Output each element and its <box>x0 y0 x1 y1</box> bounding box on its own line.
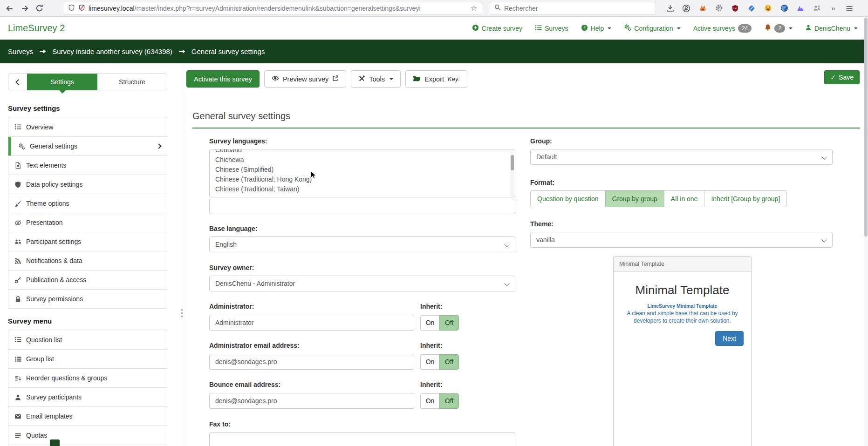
account-icon[interactable] <box>682 4 691 13</box>
tracking-protection-off-icon[interactable] <box>78 4 85 13</box>
page-scrollbar[interactable] <box>864 17 868 446</box>
sidebar-item-survey-participants[interactable]: Survey participants <box>8 387 167 406</box>
inherit-off-button[interactable]: Off <box>439 315 459 331</box>
theme-select[interactable]: vanilla <box>530 232 833 248</box>
page-scrollbar-thumb[interactable] <box>864 18 868 237</box>
preview-survey-label: Preview survey <box>283 75 328 83</box>
permissions-shield-icon[interactable] <box>68 4 75 13</box>
app-logo[interactable]: LimeSurvey 2 <box>8 23 65 34</box>
nav-notifications[interactable]: 2 <box>764 24 793 33</box>
extension-fox-icon[interactable] <box>698 4 707 13</box>
people-extension-icon[interactable] <box>812 4 821 13</box>
base-language-select[interactable]: English <box>209 237 515 252</box>
breadcrumb-survey-title[interactable]: Survey inside another survey (634398) <box>52 47 172 55</box>
menu-hamburger-icon[interactable] <box>845 4 854 13</box>
save-button[interactable]: ✓ Save <box>824 70 860 84</box>
language-option[interactable]: Cebuano <box>210 149 515 155</box>
user-icon <box>805 24 812 32</box>
inherit-on-button[interactable]: On <box>420 315 440 331</box>
format-question-by-question[interactable]: Question by question <box>530 190 606 207</box>
bell-icon <box>764 24 772 33</box>
nav-surveys[interactable]: Surveys <box>535 24 568 33</box>
sidebar-item-publication-access[interactable]: Publication & access <box>8 270 167 289</box>
sidebar-item-question-list[interactable]: Question list <box>8 330 167 349</box>
sidebar-item-general-settings[interactable]: General settings <box>8 136 167 155</box>
globe-extension-icon[interactable] <box>779 4 789 13</box>
sidebar-item-group-list[interactable]: Group list <box>8 349 167 368</box>
administrator-field-row: On Off <box>209 315 515 331</box>
nav-help[interactable]: ? Help <box>581 24 612 33</box>
format-all-in-one[interactable]: All in one <box>664 190 705 207</box>
nav-configuration[interactable]: Configuration <box>624 24 680 33</box>
sidebar-item-quotas[interactable]: Quotas <box>8 426 167 445</box>
preview-survey-button[interactable]: Preview survey <box>264 70 346 88</box>
eye-slash-icon <box>14 219 21 226</box>
survey-owner-select[interactable]: DenisChenu - Administrator <box>209 276 515 291</box>
nav-user-menu[interactable]: DenisChenu <box>805 24 858 32</box>
activate-survey-button[interactable]: Activate this survey <box>186 70 260 88</box>
overflow-icon[interactable]: » <box>828 4 838 13</box>
tab-settings[interactable]: Settings <box>27 74 97 90</box>
ublock-shield-icon[interactable]: UO <box>731 4 740 13</box>
url-bar[interactable]: limesurvey.local/master/index.php?r=surv… <box>63 2 482 15</box>
forward-icon[interactable] <box>21 4 29 13</box>
sidebar-item-participant-settings[interactable]: Participant settings <box>8 232 167 251</box>
tools-icon <box>358 75 365 83</box>
survey-languages-listbox[interactable]: Cebuano Chichewa Chinese (Simplified) Ch… <box>209 149 515 197</box>
tools-button[interactable]: Tools <box>351 70 401 88</box>
mountain-extension-icon[interactable] <box>796 4 805 13</box>
sidebar-resize-handle[interactable] <box>181 309 183 321</box>
browser-search-bar[interactable] <box>490 2 656 15</box>
download-icon[interactable] <box>665 4 675 13</box>
inherit-on-button[interactable]: On <box>420 393 440 409</box>
browser-search-input[interactable] <box>504 5 651 12</box>
sidebar-item-theme-options[interactable]: Theme options <box>8 194 167 213</box>
url-text[interactable]: limesurvey.local/master/index.php?r=surv… <box>89 5 467 12</box>
sidebar-item-text-elements[interactable]: Text elements <box>8 155 167 175</box>
gears-icon <box>624 24 631 33</box>
format-group-by-group[interactable]: Group by group <box>605 190 664 207</box>
back-icon[interactable] <box>6 4 14 13</box>
theme-preview-next-row: Next <box>621 331 744 346</box>
group-select[interactable]: Default <box>530 149 833 165</box>
language-option[interactable]: Chinese (Traditional; Taiwan) <box>210 184 515 194</box>
sidebar-item-data-policy[interactable]: Data policy settings <box>8 175 167 194</box>
selected-languages-box[interactable] <box>209 199 515 214</box>
sidebar-item-email-templates[interactable]: Email templates <box>8 406 167 426</box>
listbox-scrollbar-thumb[interactable] <box>511 155 514 170</box>
inherit-off-button[interactable]: Off <box>439 393 459 409</box>
breadcrumb-surveys[interactable]: Surveys <box>8 47 33 55</box>
admin-email-input[interactable] <box>209 354 414 370</box>
theme-preview-next-button[interactable]: Next <box>715 331 744 346</box>
reload-icon[interactable] <box>35 4 43 12</box>
language-option[interactable]: Chichewa <box>210 155 515 165</box>
format-inherit[interactable]: Inherit [Group by group] <box>704 190 787 207</box>
fax-label: Fax to: <box>209 420 515 428</box>
sidebar-item-presentation[interactable]: Presentation <box>8 213 167 232</box>
sidebar-settings-heading: Survey settings <box>8 104 167 112</box>
browser-toolbar: limesurvey.local/master/index.php?r=surv… <box>0 0 868 17</box>
sidebar-item-reorder[interactable]: Reorder questions & groups <box>8 368 167 387</box>
rss-icon <box>14 257 21 264</box>
sidebar-collapse-button[interactable] <box>8 74 27 90</box>
sidebar-item-label: Quotas <box>26 432 47 439</box>
sidebar-item-survey-permissions[interactable]: Survey permissions <box>8 289 167 308</box>
sidebar-item-notifications-data[interactable]: Notifications & data <box>8 251 167 270</box>
sidebar-item-overview[interactable]: Overview <box>8 117 167 136</box>
sidebar-item-label: Overview <box>26 123 53 131</box>
extension-diamond-icon[interactable] <box>747 4 756 13</box>
tab-structure[interactable]: Structure <box>97 74 167 90</box>
fax-input[interactable] <box>209 432 515 446</box>
inherit-off-button[interactable]: Off <box>439 354 459 370</box>
inherit-on-button[interactable]: On <box>420 354 440 370</box>
language-option[interactable]: Chinese (Simplified) <box>210 165 515 175</box>
language-option[interactable]: Chinese (Traditional; Hong Kong) <box>210 175 515 184</box>
nav-active-surveys[interactable]: Active surveys 24 <box>693 24 752 33</box>
nav-create-survey[interactable]: Create survey <box>472 24 522 33</box>
export-button[interactable]: Export Key: <box>405 70 467 88</box>
bookmark-star-icon[interactable]: ☆ <box>471 4 477 13</box>
extension-gear-icon[interactable] <box>714 4 724 13</box>
bounce-email-input[interactable] <box>209 393 414 409</box>
emoji-extension-icon[interactable] <box>763 4 772 13</box>
administrator-input[interactable] <box>209 315 414 331</box>
